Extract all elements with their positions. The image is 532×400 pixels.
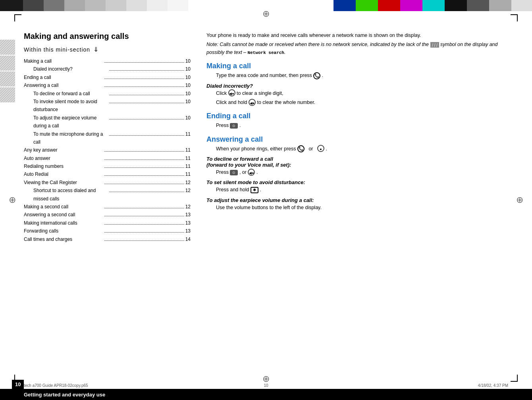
color-block bbox=[23, 0, 44, 11]
color-block bbox=[356, 0, 378, 11]
color-block bbox=[126, 0, 147, 11]
deco-square bbox=[0, 56, 15, 71]
color-block bbox=[400, 0, 422, 11]
top-bar-left bbox=[0, 0, 206, 11]
toc-item: To adjust the earpiece volume during a c… bbox=[24, 114, 191, 130]
color-block bbox=[85, 0, 106, 11]
end-call-icon: ⊙ bbox=[230, 123, 238, 129]
toc-dots bbox=[104, 167, 184, 168]
toc-label: Forwarding calls bbox=[24, 227, 103, 235]
ending-call-text: Press ⊙ . bbox=[206, 122, 508, 129]
heading-dialed-incorrectly: Dialed incorrectly? bbox=[206, 83, 508, 89]
intro-text: Your phone is ready to make and receive … bbox=[206, 32, 508, 39]
toc-item: Auto answer 11 bbox=[24, 154, 191, 162]
toc-dots bbox=[109, 119, 184, 119]
toc-dots bbox=[104, 240, 184, 241]
color-block bbox=[445, 0, 467, 11]
mini-section-header: Within this mini-section ⇓ bbox=[24, 46, 191, 53]
heading-silent-mode: To set silent mode to avoid disturbance: bbox=[206, 179, 508, 185]
toc-label: Answering a second call bbox=[24, 211, 103, 219]
toc-item: Redialing numbers 11 bbox=[24, 162, 191, 170]
toc-item: Making international calls 13 bbox=[24, 219, 191, 227]
toc-item: Ending a call 10 bbox=[24, 73, 191, 81]
dialed-incorrectly-text2: Click and hold ◀● to clear the whole num… bbox=[206, 99, 508, 106]
toc-label: Call times and charges bbox=[24, 235, 103, 243]
mini-section-label: Within this mini-section bbox=[24, 46, 90, 53]
toc-dots bbox=[104, 87, 184, 87]
color-block bbox=[511, 0, 532, 11]
note-text: Note: Calls cannot be made or received w… bbox=[206, 41, 508, 56]
footer: Getting started and everyday use bbox=[0, 389, 532, 400]
deco-square bbox=[0, 71, 15, 87]
toc-item: Auto Redial 11 bbox=[24, 170, 191, 178]
toc-page: 10 bbox=[185, 65, 191, 73]
color-block bbox=[44, 0, 64, 11]
toc-page: 11 bbox=[185, 162, 191, 170]
heading-earpiece-volume: To adjust the earpiece volume during a c… bbox=[206, 197, 508, 203]
toc-dots bbox=[109, 95, 184, 95]
toc-page: 10 bbox=[185, 90, 191, 98]
toc-label: Dialed incorrectly? bbox=[33, 65, 108, 73]
nav-left-icon2: ◀● bbox=[248, 169, 255, 176]
meta-filename: tech a700 Guide APR18-02copy.p65 bbox=[24, 383, 254, 388]
toc-label: To adjust the earpiece volume during a c… bbox=[33, 114, 108, 130]
nav-center-icon: ● bbox=[317, 145, 324, 152]
left-column: Making and answering calls Within this m… bbox=[24, 32, 191, 376]
toc-label: Viewing the Call Register bbox=[24, 179, 103, 187]
bracket-br bbox=[511, 375, 518, 382]
toc-label: Any key answer bbox=[24, 146, 103, 154]
toc-item: Viewing the Call Register 12 bbox=[24, 179, 191, 187]
left-decoration bbox=[0, 40, 16, 102]
bottom-meta: tech a700 Guide APR18-02copy.p65 10 4/18… bbox=[0, 382, 532, 389]
color-block bbox=[0, 0, 23, 11]
toc-item: Call times and charges 14 bbox=[24, 235, 191, 243]
heading-ending-call: Ending a call bbox=[206, 112, 508, 120]
answer-call-icon: 📞 bbox=[297, 145, 305, 152]
color-block bbox=[168, 0, 188, 11]
call-button-icon: 📞 bbox=[313, 72, 320, 79]
star-key-icon: ✱ bbox=[251, 187, 258, 193]
color-block bbox=[422, 0, 445, 11]
toc-item: To mute the microphone during a call 11 bbox=[24, 130, 191, 146]
toc-page: 10 bbox=[185, 73, 191, 81]
bracket-tl bbox=[14, 14, 21, 21]
toc-page: 11 bbox=[185, 146, 191, 154]
deco-square bbox=[0, 40, 15, 55]
crosshair-right: ⊕ bbox=[516, 195, 523, 205]
color-block bbox=[467, 0, 489, 11]
toc-dots bbox=[104, 216, 184, 216]
nav-left-hold-icon: ◀● bbox=[249, 99, 256, 106]
color-block bbox=[378, 0, 400, 11]
toc-label: Auto Redial bbox=[24, 170, 103, 178]
toc-dots bbox=[104, 184, 184, 184]
toc-item: Answering a call 10 bbox=[24, 81, 191, 89]
heading-answering-call: Answering a call bbox=[206, 135, 508, 144]
top-bar-center bbox=[206, 0, 333, 11]
toc-page: 11 bbox=[185, 154, 191, 162]
crosshair-left: ⊕ bbox=[9, 195, 16, 205]
toc-item: Dialed incorrectly? 10 bbox=[24, 65, 191, 73]
toc-page: 13 bbox=[185, 227, 191, 235]
decline-forward-text: Press ⊙ , or ◀● . bbox=[206, 169, 508, 176]
toc-label: To invoke silent mode to avoid disturban… bbox=[33, 98, 108, 114]
toc-label: Making international calls bbox=[24, 219, 103, 227]
toc-item: To decline or forward a call 10 bbox=[24, 90, 191, 98]
toc-dots bbox=[104, 208, 184, 208]
toc-dots bbox=[104, 232, 184, 233]
making-call-text: Type the area code and number, then pres… bbox=[206, 72, 508, 79]
toc-dots bbox=[104, 175, 184, 176]
toc-page: 13 bbox=[185, 211, 191, 219]
toc-dots bbox=[104, 160, 184, 160]
toc-page: 10 bbox=[185, 98, 191, 106]
right-column: Your phone is ready to make and receive … bbox=[206, 32, 508, 376]
main-content: Making and answering calls Within this m… bbox=[24, 32, 508, 376]
toc-dots bbox=[104, 151, 184, 152]
top-bar-right bbox=[333, 0, 532, 11]
heading-making-call: Making a call bbox=[206, 62, 508, 70]
deco-square bbox=[0, 87, 15, 102]
toc-page: 12 bbox=[185, 203, 191, 211]
toc-label: Redialing numbers bbox=[24, 162, 103, 170]
toc-label: Making a second call bbox=[24, 203, 103, 211]
toc-label: Auto answer bbox=[24, 154, 103, 162]
toc-page: 11 bbox=[185, 170, 191, 178]
